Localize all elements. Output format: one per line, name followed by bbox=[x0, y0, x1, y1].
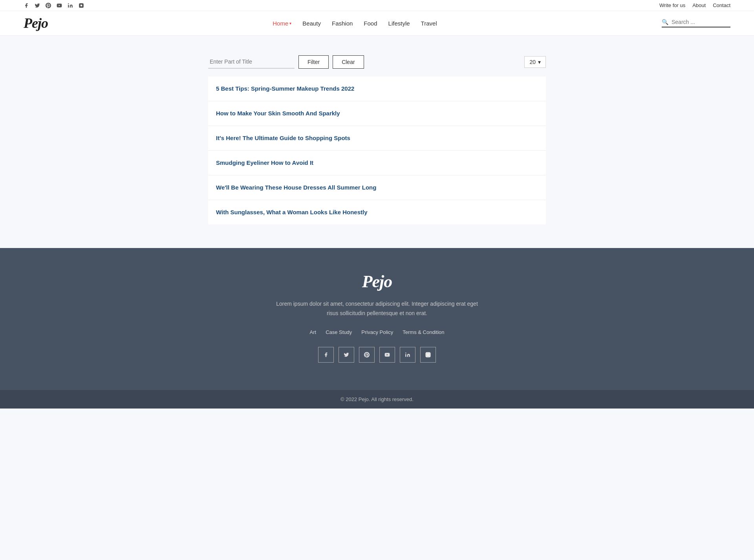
top-bar-links: Write for us About Contact bbox=[659, 2, 730, 8]
footer-facebook-link[interactable] bbox=[318, 347, 334, 363]
per-page-value: 20 bbox=[529, 59, 536, 65]
footer-link-terms[interactable]: Terms & Condition bbox=[403, 329, 444, 335]
footer-instagram-link[interactable] bbox=[420, 347, 436, 363]
twitter-top-link[interactable] bbox=[35, 3, 40, 8]
site-logo[interactable]: Pejo bbox=[24, 15, 48, 31]
nav-home[interactable]: Home bbox=[273, 20, 288, 27]
youtube-top-link[interactable] bbox=[57, 3, 62, 8]
search-area: 🔍 bbox=[662, 19, 730, 27]
footer-description: Lorem ipsum dolor sit amet, consectetur … bbox=[275, 299, 479, 318]
pinterest-top-link[interactable] bbox=[46, 3, 51, 8]
facebook-top-link[interactable] bbox=[24, 3, 29, 8]
footer-link-casestudy[interactable]: Case Study bbox=[326, 329, 352, 335]
filter-button[interactable]: Filter bbox=[298, 55, 329, 69]
article-link-3[interactable]: It's Here! The Ultimate Guide to Shoppin… bbox=[216, 135, 350, 141]
footer-logo: Pejo bbox=[8, 272, 746, 292]
footer-linkedin-link[interactable] bbox=[400, 347, 415, 363]
nav-food[interactable]: Food bbox=[364, 20, 377, 27]
write-for-us-link[interactable]: Write for us bbox=[659, 2, 685, 8]
svg-point-5 bbox=[405, 352, 406, 353]
footer-youtube-link[interactable] bbox=[379, 347, 395, 363]
nav-travel[interactable]: Travel bbox=[421, 20, 437, 27]
clear-button[interactable]: Clear bbox=[333, 55, 364, 69]
svg-point-7 bbox=[427, 354, 429, 356]
nav-home-wrapper: Home ▾ bbox=[273, 20, 291, 27]
copyright-bar: © 2022 Pejo. All rights reserved. bbox=[0, 390, 754, 409]
social-links-top bbox=[24, 3, 84, 8]
footer-link-privacy[interactable]: Privacy Policy bbox=[361, 329, 393, 335]
article-link-6[interactable]: With Sunglasses, What a Woman Looks Like… bbox=[216, 209, 368, 215]
table-row: It's Here! The Ultimate Guide to Shoppin… bbox=[208, 126, 546, 151]
table-row: With Sunglasses, What a Woman Looks Like… bbox=[208, 200, 546, 224]
title-filter-input[interactable] bbox=[208, 55, 295, 69]
search-icon: 🔍 bbox=[662, 19, 668, 25]
table-row: We'll Be Wearing These House Dresses All… bbox=[208, 175, 546, 200]
main-nav: Home ▾ Beauty Fashion Food Lifestyle Tra… bbox=[273, 20, 437, 27]
contact-link[interactable]: Contact bbox=[713, 2, 730, 8]
copyright-text: © 2022 Pejo. All rights reserved. bbox=[340, 396, 414, 402]
article-link-5[interactable]: We'll Be Wearing These House Dresses All… bbox=[216, 184, 376, 191]
home-dropdown-icon: ▾ bbox=[289, 21, 291, 26]
site-header: Pejo Home ▾ Beauty Fashion Food Lifestyl… bbox=[0, 11, 754, 36]
site-footer: Pejo Lorem ipsum dolor sit amet, consect… bbox=[0, 248, 754, 390]
footer-twitter-link[interactable] bbox=[339, 347, 354, 363]
article-link-4[interactable]: Smudging Eyeliner How to Avoid It bbox=[216, 159, 313, 166]
nav-fashion[interactable]: Fashion bbox=[332, 20, 353, 27]
instagram-top-link[interactable] bbox=[79, 3, 84, 8]
nav-lifestyle[interactable]: Lifestyle bbox=[388, 20, 410, 27]
about-link[interactable]: About bbox=[692, 2, 706, 8]
footer-links: Art Case Study Privacy Policy Terms & Co… bbox=[8, 329, 746, 335]
article-link-1[interactable]: 5 Best Tips: Spring-Summer Makeup Trends… bbox=[216, 85, 354, 92]
footer-link-art[interactable]: Art bbox=[310, 329, 317, 335]
top-bar: Write for us About Contact bbox=[0, 0, 754, 11]
nav-beauty[interactable]: Beauty bbox=[302, 20, 321, 27]
article-link-2[interactable]: How to Make Your Skin Smooth And Sparkly bbox=[216, 110, 340, 117]
svg-point-8 bbox=[429, 353, 430, 354]
table-row: Smudging Eyeliner How to Avoid It bbox=[208, 151, 546, 175]
per-page-chevron: ▾ bbox=[538, 59, 541, 65]
linkedin-top-link[interactable] bbox=[68, 3, 73, 8]
article-list: 5 Best Tips: Spring-Summer Makeup Trends… bbox=[208, 77, 546, 224]
search-input[interactable] bbox=[672, 19, 730, 25]
per-page-selector[interactable]: 20 ▾ bbox=[524, 56, 546, 68]
filter-bar: Filter Clear 20 ▾ bbox=[208, 55, 546, 69]
svg-point-1 bbox=[68, 3, 69, 4]
footer-pinterest-link[interactable] bbox=[359, 347, 375, 363]
table-row: How to Make Your Skin Smooth And Sparkly bbox=[208, 101, 546, 126]
main-content: Filter Clear 20 ▾ 5 Best Tips: Spring-Su… bbox=[200, 55, 554, 224]
table-row: 5 Best Tips: Spring-Summer Makeup Trends… bbox=[208, 77, 546, 101]
footer-social-links bbox=[8, 347, 746, 363]
